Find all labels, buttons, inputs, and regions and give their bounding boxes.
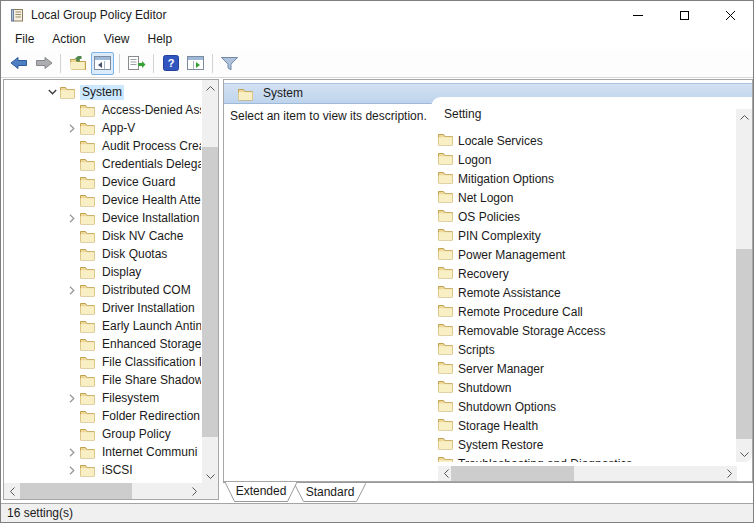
- tree-item[interactable]: Credentials Delega: [4, 155, 201, 173]
- tree-item[interactable]: Device Guard: [4, 173, 201, 191]
- scroll-thumb[interactable]: [451, 466, 574, 481]
- close-button[interactable]: [707, 1, 753, 29]
- scroll-left-icon[interactable]: [4, 483, 20, 499]
- tree-expander-icon[interactable]: [66, 302, 78, 314]
- scroll-right-icon[interactable]: [186, 483, 202, 499]
- setting-item[interactable]: Scripts: [438, 340, 735, 359]
- tree-item[interactable]: App-V: [4, 119, 201, 137]
- scroll-up-icon[interactable]: [736, 109, 752, 125]
- folder-icon: [80, 194, 95, 207]
- menu-action[interactable]: Action: [47, 30, 90, 49]
- tree-item[interactable]: Internet Communi: [4, 443, 201, 461]
- scroll-thumb[interactable]: [202, 147, 218, 437]
- tab-standard[interactable]: Standard: [294, 483, 366, 503]
- tree-item[interactable]: File Share Shadow: [4, 371, 201, 389]
- tree-item[interactable]: Display: [4, 263, 201, 281]
- folder-icon: [80, 140, 95, 153]
- scroll-down-icon[interactable]: [202, 468, 218, 484]
- setting-item[interactable]: Remote Assistance: [438, 283, 735, 302]
- forward-button[interactable]: [32, 52, 55, 75]
- setting-item[interactable]: Storage Health: [438, 416, 735, 435]
- scroll-up-icon[interactable]: [202, 80, 218, 96]
- tree-item[interactable]: iSCSI: [4, 461, 201, 479]
- tab-extended[interactable]: Extended: [225, 482, 297, 502]
- tree-item[interactable]: Audit Process Crea: [4, 137, 201, 155]
- tree-item[interactable]: Enhanced Storage: [4, 335, 201, 353]
- setting-item[interactable]: Removable Storage Access: [438, 321, 735, 340]
- tree-item[interactable]: Driver Installation: [4, 299, 201, 317]
- tree-expander-icon[interactable]: [66, 356, 78, 368]
- tree-expander-icon[interactable]: [66, 122, 78, 134]
- setting-item[interactable]: Recovery: [438, 264, 735, 283]
- minimize-button[interactable]: [615, 1, 661, 29]
- menu-view[interactable]: View: [99, 30, 135, 49]
- show-action-pane-button[interactable]: [184, 52, 207, 75]
- export-list-button[interactable]: [125, 52, 148, 75]
- tree-expander-icon[interactable]: [66, 194, 78, 206]
- menu-help[interactable]: Help: [143, 30, 178, 49]
- svg-text:?: ?: [167, 57, 174, 69]
- setting-item[interactable]: Power Management: [438, 245, 735, 264]
- settings-vertical-scrollbar[interactable]: [736, 109, 752, 462]
- tree-expander-icon[interactable]: [66, 374, 78, 386]
- setting-item[interactable]: Server Manager: [438, 359, 735, 378]
- tree-item-label: Audit Process Crea: [100, 139, 201, 154]
- setting-item[interactable]: Troubleshooting and Diagnostics: [438, 454, 735, 462]
- tree-item[interactable]: Access-Denied Ass: [4, 101, 201, 119]
- tree-expander-icon[interactable]: [66, 428, 78, 440]
- tree-expander-icon[interactable]: [66, 158, 78, 170]
- scroll-right-icon[interactable]: [721, 465, 737, 481]
- show-console-tree-button[interactable]: [91, 52, 114, 75]
- up-one-level-button[interactable]: [66, 52, 89, 75]
- tree-item[interactable]: Disk Quotas: [4, 245, 201, 263]
- tree-item[interactable]: Device Health Atte: [4, 191, 201, 209]
- tree-expander-icon[interactable]: [46, 86, 58, 98]
- tree-item[interactable]: Distributed COM: [4, 281, 201, 299]
- settings-horizontal-scrollbar[interactable]: [438, 466, 737, 481]
- tree-expander-icon[interactable]: [66, 464, 78, 476]
- help-button[interactable]: ?: [159, 52, 182, 75]
- tree-item[interactable]: File Classification I: [4, 353, 201, 371]
- tree-item[interactable]: Device Installation: [4, 209, 201, 227]
- setting-item[interactable]: Remote Procedure Call: [438, 302, 735, 321]
- tree-item[interactable]: Group Policy: [4, 425, 201, 443]
- tree-item[interactable]: Disk NV Cache: [4, 227, 201, 245]
- tree-vertical-scrollbar[interactable]: [202, 80, 218, 484]
- tree-item[interactable]: System: [4, 83, 201, 101]
- setting-item[interactable]: OS Policies: [438, 207, 735, 226]
- tree-item[interactable]: Filesystem: [4, 389, 201, 407]
- setting-item[interactable]: Net Logon: [438, 188, 735, 207]
- scroll-thumb[interactable]: [736, 249, 752, 439]
- setting-item[interactable]: Shutdown Options: [438, 397, 735, 416]
- tree-item-label: iSCSI: [100, 463, 135, 478]
- tree-expander-icon[interactable]: [66, 446, 78, 458]
- scroll-thumb[interactable]: [20, 483, 132, 499]
- tree-expander-icon[interactable]: [66, 266, 78, 278]
- tree-expander-icon[interactable]: [66, 212, 78, 224]
- setting-item[interactable]: Mitigation Options: [438, 169, 735, 188]
- tree-expander-icon[interactable]: [66, 140, 78, 152]
- tree-expander-icon[interactable]: [66, 338, 78, 350]
- tree-item[interactable]: Folder Redirection: [4, 407, 201, 425]
- tree-horizontal-scrollbar[interactable]: [4, 483, 202, 499]
- tree-item[interactable]: Early Launch Antin: [4, 317, 201, 335]
- setting-item[interactable]: Locale Services: [438, 131, 735, 150]
- setting-item[interactable]: PIN Complexity: [438, 226, 735, 245]
- tree-expander-icon[interactable]: [66, 248, 78, 260]
- tree-expander-icon[interactable]: [66, 392, 78, 404]
- maximize-button[interactable]: [661, 1, 707, 29]
- tree-expander-icon[interactable]: [66, 284, 78, 296]
- setting-item[interactable]: Shutdown: [438, 378, 735, 397]
- tree-expander-icon[interactable]: [66, 176, 78, 188]
- tree-expander-icon[interactable]: [66, 320, 78, 332]
- scroll-down-icon[interactable]: [736, 446, 752, 462]
- tree-expander-icon[interactable]: [66, 230, 78, 242]
- filter-button[interactable]: [218, 52, 241, 75]
- back-button[interactable]: [7, 52, 30, 75]
- tree-expander-icon[interactable]: [66, 410, 78, 422]
- menu-file[interactable]: File: [10, 30, 39, 49]
- tree-expander-icon[interactable]: [66, 104, 78, 116]
- setting-column-header[interactable]: Setting: [444, 107, 481, 121]
- setting-item[interactable]: System Restore: [438, 435, 735, 454]
- setting-item[interactable]: Logon: [438, 150, 735, 169]
